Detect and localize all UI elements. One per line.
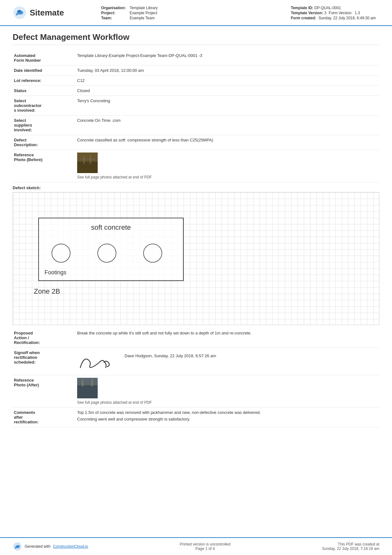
sitemate-logo-icon <box>13 6 27 20</box>
field-value-2: C12 <box>76 76 379 86</box>
signature-image <box>77 350 115 372</box>
photo-after-caption: See full page photos attached at end of … <box>77 400 378 405</box>
field-label-1: Date identified <box>13 65 76 76</box>
form-created-value: Sunday, 22 July 2018, 6:49:30 am <box>318 16 376 20</box>
template-version-value: 3 <box>324 11 327 15</box>
form-created-label: Form created: <box>291 16 316 20</box>
field-label-4: Selectsubcontractors involved: <box>13 96 76 115</box>
field-value-0: Template Library-Example Project-Example… <box>76 51 379 65</box>
comments-value: Top 1.5m of concrete was removed with ja… <box>76 408 379 427</box>
photo-after <box>77 378 378 399</box>
footer-right: This PDF was created at Sunday, 22 July … <box>322 542 379 551</box>
sketch-circle-3 <box>143 244 162 263</box>
table-row: DefectDescription: Concrete classified a… <box>13 135 379 150</box>
footer-center: Printed version is uncontrolled Page 1 o… <box>180 542 230 551</box>
form-table: AutomatedForm Number Template Library-Ex… <box>13 51 379 182</box>
footer-logo-icon <box>13 542 22 551</box>
signoff-person: Dave Hodgson, Sunday, 22 July 2018, 6:57… <box>125 350 216 358</box>
sketch-footings-label: Footings <box>45 269 66 276</box>
signoff-value: Dave Hodgson, Sunday, 22 July 2018, 6:57… <box>76 348 379 375</box>
field-value-4: Terry's Concreting <box>76 96 379 115</box>
sketch-zone-label: Zone 2B <box>34 287 60 296</box>
team-value: Example Team <box>130 16 155 20</box>
org-label: Organisation: <box>101 6 130 10</box>
photo-before-thumbnail <box>77 153 98 173</box>
photo-before <box>77 153 378 174</box>
template-id-label: Template ID: <box>291 6 313 10</box>
field-label-6: DefectDescription: <box>13 135 76 150</box>
project-row: Project: Example Project <box>101 11 291 15</box>
table-row: Selectsubcontractors involved: Terry's C… <box>13 96 379 115</box>
footer-uncontrolled: Printed version is uncontrolled <box>180 542 230 546</box>
template-version-row: Template Version: 3 Form Version: 1.3 <box>291 11 379 15</box>
sketch-drawing: soft concrete Footings Zone 2B <box>13 192 379 325</box>
project-value: Example Project <box>130 11 157 15</box>
template-id-value: DP-QUAL-0001 <box>314 6 341 10</box>
form-table-2: ProposedAction /Rectification: Break the… <box>13 328 379 427</box>
footer-page: Page 1 of 4 <box>180 546 230 551</box>
comments-line2: Concreting went well and compressive str… <box>77 417 378 421</box>
header: Sitemate Organisation: Template Library … <box>0 0 392 26</box>
field-value-6: Concrete classified as soft: compressive… <box>76 135 379 150</box>
signoff-label: Signoff whenrectificationscheduled: <box>13 348 76 375</box>
proposed-action-value: Break the concrete up while it's still s… <box>76 328 379 348</box>
footer-left: Generated with ConstructionCloud.io <box>13 542 88 551</box>
footer-created-value: Sunday, 22 July 2018, 7:16:19 am <box>322 546 379 551</box>
table-row: Date identified Tuesday, 03 April 2018, … <box>13 65 379 76</box>
comments-line1: Top 1.5m of concrete was removed with ja… <box>77 410 378 415</box>
footer-generated-label: Generated with <box>25 544 50 549</box>
template-id-row: Template ID: DP-QUAL-0001 <box>291 6 379 10</box>
field-value-ref-before: See full page photos attached at end of … <box>76 150 379 182</box>
org-value: Template Library <box>130 6 158 10</box>
field-label-3: Status <box>13 86 76 96</box>
sketch-soft-concrete-label: soft concrete <box>91 223 131 232</box>
photo-before-caption: See full page photos attached at end of … <box>77 175 378 179</box>
svg-rect-7 <box>77 153 98 173</box>
table-row: Lot reference: C12 <box>13 76 379 86</box>
form-version-label: Form Version: <box>329 11 352 15</box>
logo-text: Sitemate <box>30 8 64 18</box>
header-meta: Organisation: Template Library Project: … <box>82 6 291 21</box>
photo-after-thumbnail <box>77 378 98 398</box>
logo-area: Sitemate <box>13 6 82 20</box>
proposed-action-label: ProposedAction /Rectification: <box>13 328 76 348</box>
comments-label: Commentsafterrectification: <box>13 408 76 427</box>
table-row: ProposedAction /Rectification: Break the… <box>13 328 379 348</box>
main-content: Defect Management Workflow AutomatedForm… <box>0 26 392 433</box>
template-version-label: Template Version: <box>291 11 323 15</box>
field-value-1: Tuesday, 03 April 2018, 12:00:00 am <box>76 65 379 76</box>
project-label: Project: <box>101 11 130 15</box>
table-row: ReferencePhoto (After) <box>13 375 379 408</box>
sketch-circle-2 <box>97 244 116 263</box>
sketch-container: soft concrete Footings Zone 2B <box>13 192 379 325</box>
field-value-ref-after: See full page photos attached at end of … <box>76 375 379 408</box>
sketch-circle-1 <box>52 244 70 263</box>
field-label-ref-before: ReferencePhoto (Before) <box>13 150 76 182</box>
footer-link[interactable]: ConstructionCloud.io <box>53 544 88 549</box>
sketch-label: Defect sketch: <box>13 185 379 190</box>
org-row: Organisation: Template Library <box>101 6 291 10</box>
header-right: Template ID: DP-QUAL-0001 Template Versi… <box>291 6 379 21</box>
team-label: Team: <box>101 16 130 20</box>
field-value-3: Closed <box>76 86 379 96</box>
table-row: Signoff whenrectificationscheduled: Dave… <box>13 348 379 375</box>
signoff-area: Dave Hodgson, Sunday, 22 July 2018, 6:57… <box>77 350 378 372</box>
field-value-5: Concrete On Time .com <box>76 115 379 135</box>
table-row: Status Closed <box>13 86 379 96</box>
table-row: AutomatedForm Number Template Library-Ex… <box>13 51 379 65</box>
table-row: Selectsuppliersinvolved: Concrete On Tim… <box>13 115 379 135</box>
page: Sitemate Organisation: Template Library … <box>0 0 392 555</box>
sketch-inner-rect: soft concrete Footings <box>38 218 184 281</box>
footer: Generated with ConstructionCloud.io Prin… <box>0 537 392 555</box>
table-row: ReferencePhoto (Before) <box>13 150 379 182</box>
footer-created-label: This PDF was created at <box>322 542 379 546</box>
page-title: Defect Management Workflow <box>13 32 379 45</box>
table-row: Commentsafterrectification: Top 1.5m of … <box>13 408 379 427</box>
field-label-2: Lot reference: <box>13 76 76 86</box>
form-created-row: Form created: Sunday, 22 July 2018, 6:49… <box>291 16 379 20</box>
form-version-value: 1.3 <box>355 11 360 15</box>
field-label-0: AutomatedForm Number <box>13 51 76 65</box>
team-row: Team: Example Team <box>101 16 291 20</box>
field-label-ref-after: ReferencePhoto (After) <box>13 375 76 408</box>
svg-rect-13 <box>77 378 98 398</box>
